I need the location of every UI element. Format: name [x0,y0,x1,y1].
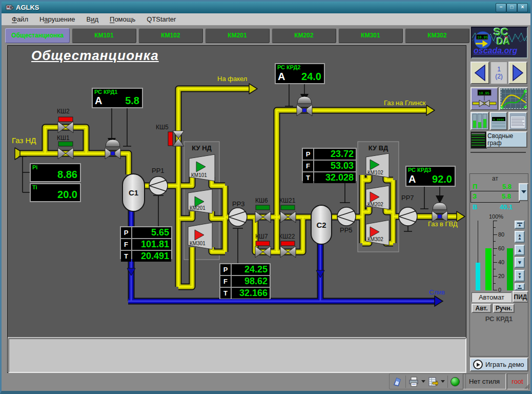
rotor-pp1 [149,176,168,195]
document-view-button[interactable] [508,112,527,130]
ksh22-indicator [281,241,295,246]
group-label-ku-nd: КУ НД [184,144,219,152]
param-dropdown-button[interactable] [519,183,528,201]
tab-km102[interactable]: КМ102 [138,28,203,43]
maximize-button[interactable]: □ [506,3,517,12]
indicator-display-pi[interactable]: Pi 8.86 [30,163,81,182]
resize-grip[interactable] [523,383,530,389]
valve-label-ksh6: КШ6 [255,197,268,204]
export-dropdown-icon[interactable] [441,380,445,383]
scheme-title: Общестанционка [31,48,159,64]
valve-ksh1 [58,148,73,159]
manual-mode-button[interactable]: Ручн. [493,304,515,313]
chevron-down-icon [521,190,526,193]
page-indicator: 1(2) [490,62,507,84]
rotor-pp3 [229,208,247,226]
variable-row-v-key: В [473,203,477,211]
arrow-up-icon: ▲ [517,249,522,252]
menubar: Файл Нарушение Вид Помощь QTStarter [2,13,530,26]
arrow-bottom-icon: ▼ [518,285,522,289]
valve-label-ksh2: КШ2 [57,108,70,115]
print-dropdown-icon[interactable] [421,380,425,383]
menu-file[interactable]: Файл [7,14,33,24]
oscada-logo: 10.95 SC & DA oscada.org [471,27,528,58]
valve-label-ksh21: КШ21 [279,197,295,204]
logo-da: DA [497,36,510,47]
tab-obshestancionka[interactable]: Общестанционка [5,28,70,43]
valve-label-ksh7: КШ7 [255,233,268,240]
compressor-label-km302: КМ302 [367,237,383,242]
step-double-down-button[interactable]: ▼▼ [515,270,525,282]
variable-row-v-value: 40.1 [500,203,513,211]
menu-qtstarter[interactable]: QTStarter [141,14,181,24]
flow-label-gvd: Газ в ГВД [428,220,458,228]
style-status-box: Нет стиля [463,373,506,389]
tab-km302[interactable]: КМ302 [405,28,469,43]
regulator-display-krd1[interactable]: РС КРД1 А 5.8 [92,88,143,108]
panel-view-button[interactable]: 8.8888 [490,112,507,130]
menu-violation[interactable]: Нарушение [34,14,80,24]
pft-display-1[interactable]: P5.65 F101.81 T20.491 [120,226,172,259]
setpoint-row-p-key: П [473,183,477,190]
tab-km202[interactable]: КМ202 [272,28,336,43]
menu-view[interactable]: Вид [81,14,104,24]
valve-label-ksh22: КШ22 [279,233,295,240]
indicator-display-ti[interactable]: Ti 20.0 [30,183,81,202]
titlebar[interactable]: AGLKS – □ × [2,2,530,13]
ksh6-indicator [256,205,270,210]
group-label-ku-vd: КУ ВД [358,144,399,152]
compressor-label-km101: КМ101 [191,172,207,178]
tab-km201[interactable]: КМ201 [205,28,270,43]
menu-help[interactable]: Помощь [105,14,140,24]
mnemo-view-button[interactable]: 10.95 [470,87,498,110]
prev-page-button[interactable] [470,62,489,84]
scale-tick-80: 80 [498,231,504,238]
svg-text:10.95: 10.95 [477,35,488,40]
arrow-left-icon [475,65,485,81]
print-icon[interactable] [408,377,419,387]
summary-graphs-button[interactable]: Сводные граф [486,131,527,148]
pid-button[interactable]: ПИД [513,291,528,303]
vessel-c2[interactable]: C2 [311,205,332,245]
mimic-scheme: Общестанционка Газ НД На факел Газ на Гл… [8,46,466,337]
mode-display: Автомат [472,292,511,302]
step-up-button[interactable]: ▲ [515,245,525,255]
regulator-display-krd3[interactable]: РС КРД3 А 92.0 [405,166,456,187]
alarm-quietance-icon[interactable] [393,377,403,387]
next-page-button[interactable] [508,62,527,84]
arrow-right-icon [513,65,523,81]
pft-display-3[interactable]: P23.72 F53.03 T32.028 [302,148,357,181]
mimic-view[interactable]: Общестанционка Газ НД На факел Газ на Гл… [7,45,466,373]
valve-label-ksh1: КШ1 [57,134,70,142]
minimize-button[interactable]: – [496,3,506,12]
compressor-label-km301: КМ301 [190,241,206,246]
step-down-button[interactable]: ▼ [515,257,525,268]
graph-view-button[interactable] [499,87,528,110]
bottom-tray [8,338,466,373]
ksh1-indicator [58,142,73,146]
valve-ksh2 [58,122,73,133]
arrow-down-icon: ▼ [517,261,522,264]
pft-display-2[interactable]: P24.25 F98.62 T32.166 [219,263,271,299]
flow-label-glinsk: Газ на Глинск [384,99,426,107]
vessel-c1[interactable]: C1 [122,173,145,212]
regulator-display-krd2[interactable]: РС КРД2 А 24.0 [275,63,325,84]
setpoint-row-z-box[interactable]: З 5.8 [470,191,520,203]
tab-km301[interactable]: КМ301 [338,28,403,43]
step-top-button[interactable]: ▲ [515,221,525,229]
auto-mode-button[interactable]: Авт. [472,304,492,313]
play-icon [473,360,483,369]
ksh21-indicator [281,205,295,210]
compressor-label-km202: КМ202 [367,202,383,207]
step-bottom-button[interactable]: ▼ [515,283,525,290]
setpoint-bar [485,221,492,290]
setpoint-row-p-value: 5.8 [502,183,511,190]
close-button[interactable]: × [517,3,528,12]
play-demo-button[interactable]: Играть демо [470,358,528,371]
step-double-up-button[interactable]: ▲▲ [515,231,525,243]
valve-ksh7 [255,246,271,258]
export-icon[interactable] [428,377,438,387]
tab-km101[interactable]: КМ101 [72,28,136,43]
faders-view-button[interactable] [470,112,489,130]
valve-ksh6 [255,211,271,223]
